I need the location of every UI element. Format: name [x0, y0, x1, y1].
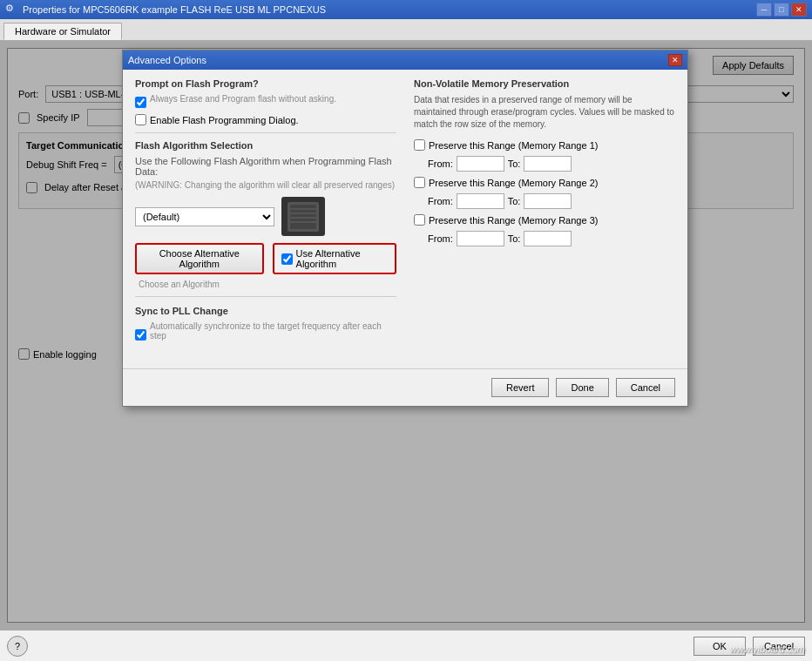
pll-label: Automatically synchronize to the target … [150, 321, 396, 341]
dialog-columns: Prompt on Flash Program? Always Erase an… [135, 78, 675, 351]
revert-button[interactable]: Revert [491, 378, 549, 397]
main-title-bar: ⚙ Properties for MPC5606RK example FLASH… [0, 0, 812, 19]
prompt-checkbox2-row: Enable Flash Programming Dialog. [135, 114, 396, 125]
algo-dropdown[interactable]: (Default) [135, 207, 274, 226]
memory-range2-to-field[interactable]: F [524, 193, 572, 209]
memory-range2-checkbox[interactable] [414, 177, 425, 188]
flash-chip-icon [281, 197, 325, 236]
window-icon: ⚙ [5, 3, 19, 17]
algo-section-title: Flash Algorithm Selection [135, 140, 396, 151]
svg-rect-1 [290, 205, 316, 229]
choose-an-algorithm-text: Choose an Algorithm [139, 280, 396, 289]
memory-range3-from-field[interactable]: 0 [457, 231, 504, 246]
memory-range1-row: Preserve this Range (Memory Range 1) [414, 139, 675, 151]
close-button[interactable]: ✕ [791, 3, 807, 17]
memory-range1-values: From: 0 To: F [428, 156, 675, 172]
memory-range2-from-field[interactable]: 0 [457, 193, 504, 209]
dialog-close-button[interactable]: ✕ [668, 54, 682, 66]
dialog-left-column: Prompt on Flash Program? Always Erase an… [135, 78, 396, 351]
algo-desc1: Use the Following Flash Algorithm when P… [135, 156, 396, 177]
flash-chip-svg [286, 200, 321, 233]
always-erase-checkbox[interactable] [135, 97, 146, 108]
bottom-bar: ? OK Cancel [0, 630, 812, 661]
dialog-title: Advanced Options [128, 55, 668, 65]
algo-row: (Default) [135, 197, 396, 236]
memory-range1-checkbox[interactable] [414, 139, 425, 151]
algo-buttons-row: Choose Alternative Algorithm Use Alterna… [135, 243, 396, 274]
pll-checkbox-row: Automatically synchronize to the target … [135, 321, 396, 347]
pll-section: Sync to PLL Change Automatically synchro… [135, 306, 396, 347]
memory-range3-checkbox[interactable] [414, 214, 425, 226]
memory-title: Non-Volatile Memory Preservation [414, 78, 675, 89]
help-button[interactable]: ? [7, 636, 28, 657]
tab-bar: Hardware or Simulator [0, 19, 812, 41]
pll-checkbox[interactable] [135, 329, 146, 341]
memory-range2-label: Preserve this Range (Memory Range 2) [429, 178, 598, 188]
enable-flash-dialog-checkbox[interactable] [135, 114, 146, 125]
memory-range1-from-field[interactable]: 0 [457, 156, 504, 172]
memory-range1-label: Preserve this Range (Memory Range 1) [429, 140, 598, 151]
maximize-button[interactable]: □ [774, 3, 789, 17]
memory-range2-values: From: 0 To: F [428, 193, 675, 209]
help-icon: ? [15, 641, 20, 651]
main-window: Hardware or Simulator Apply Defaults Por… [0, 19, 812, 661]
dialog-overlay: Advanced Options ✕ Prompt on Flash Progr… [0, 41, 812, 630]
watermark: www.yiboard.com [730, 644, 805, 654]
algo-desc2: (WARNING: Changing the algorithm will cl… [135, 180, 396, 190]
use-alternative-algorithm-text: Use Alternative Algorithm [296, 248, 388, 269]
minimize-button[interactable]: ─ [756, 3, 772, 17]
memory-range2-to-label: To: [508, 196, 521, 206]
content-area: Apply Defaults Port: USB1 : USB-ML-PPCNE… [0, 41, 812, 630]
use-alternative-algorithm-checkbox[interactable] [281, 253, 293, 265]
advanced-options-dialog: Advanced Options ✕ Prompt on Flash Progr… [122, 50, 688, 407]
pll-title: Sync to PLL Change [135, 306, 396, 316]
main-window-title: Properties for MPC5606RK example FLASH R… [23, 4, 756, 15]
memory-range2-row: Preserve this Range (Memory Range 2) [414, 177, 675, 188]
dialog-right-column: Non-Volatile Memory Preservation Data th… [414, 78, 675, 351]
memory-desc: Data that resides in a preserved range o… [414, 94, 675, 131]
memory-range1-to-field[interactable]: F [524, 156, 572, 172]
title-bar-buttons: ─ □ ✕ [756, 3, 807, 17]
memory-range3-label: Preserve this Range (Memory Range 3) [429, 215, 598, 226]
dialog-content: Prompt on Flash Program? Always Erase an… [123, 70, 687, 360]
prompt-checkbox1-row: Always Erase and Program flash without a… [135, 94, 396, 111]
use-alternative-algorithm-label: Use Alternative Algorithm [273, 243, 396, 274]
choose-alternative-algorithm-button[interactable]: Choose Alternative Algorithm [135, 243, 264, 274]
prompt-section-title: Prompt on Flash Program? [135, 78, 396, 89]
memory-range2-from-label: From: [428, 196, 453, 206]
always-erase-label: Always Erase and Program flash without a… [150, 94, 336, 104]
memory-range3-from-label: From: [428, 233, 453, 244]
tab-hardware[interactable]: Hardware or Simulator [3, 23, 122, 40]
memory-range3-values: From: 0 To: F [428, 231, 675, 246]
dialog-cancel-button[interactable]: Cancel [616, 378, 675, 397]
enable-flash-dialog-label: Enable Flash Programming Dialog. [150, 115, 299, 125]
dialog-title-bar: Advanced Options ✕ [123, 51, 687, 70]
dialog-footer: Revert Done Cancel [123, 368, 687, 406]
done-button[interactable]: Done [556, 378, 608, 397]
memory-range3-to-field[interactable]: F [524, 231, 572, 246]
memory-range1-from-label: From: [428, 159, 453, 169]
memory-range3-row: Preserve this Range (Memory Range 3) [414, 214, 675, 226]
memory-range1-to-label: To: [508, 159, 521, 169]
memory-range3-to-label: To: [508, 233, 521, 244]
